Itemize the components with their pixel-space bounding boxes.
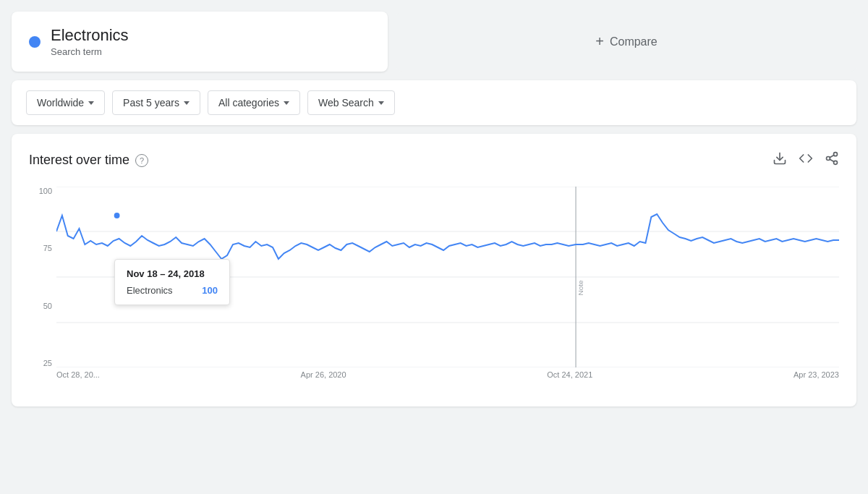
download-icon[interactable] <box>773 151 787 169</box>
search-type-filter[interactable]: Web Search <box>307 90 395 115</box>
tooltip-value: 100 <box>202 285 218 296</box>
y-axis: 100 75 50 25 <box>29 187 56 367</box>
search-term-text: Electronics Search term <box>51 26 129 57</box>
chart-card: Interest over time ? <box>12 134 856 406</box>
term-color-dot <box>29 36 41 48</box>
tooltip-date: Nov 18 – 24, 2018 <box>127 268 218 279</box>
search-term-card: Electronics Search term <box>12 12 388 72</box>
y-label-75: 75 <box>43 244 52 252</box>
term-name: Electronics <box>51 26 129 45</box>
share-icon[interactable] <box>825 151 839 169</box>
x-label-1: Oct 28, 20... <box>56 370 100 379</box>
chart-header: Interest over time ? <box>29 151 839 169</box>
chart-actions <box>773 151 839 169</box>
chart-title: Interest over time <box>29 153 129 168</box>
tooltip-term: Electronics <box>127 285 173 296</box>
chart-svg-area: Note Nov 18 – 24, 2018 Electronics 100 <box>56 187 839 367</box>
tooltip-row: Electronics 100 <box>127 285 218 296</box>
x-axis: Oct 28, 20... Apr 26, 2020 Oct 24, 2021 … <box>56 367 839 389</box>
chart-container: 100 75 50 25 Note <box>29 187 839 389</box>
time-range-filter[interactable]: Past 5 years <box>112 90 200 115</box>
tooltip: Nov 18 – 24, 2018 Electronics 100 <box>114 259 230 305</box>
location-filter[interactable]: Worldwide <box>26 90 105 115</box>
x-label-4: Apr 23, 2023 <box>793 370 839 379</box>
y-label-50: 50 <box>43 302 52 310</box>
time-range-filter-label: Past 5 years <box>123 97 179 108</box>
x-label-2: Apr 26, 2020 <box>301 370 346 379</box>
chart-title-area: Interest over time ? <box>29 153 148 168</box>
x-label-3: Oct 24, 2021 <box>547 370 592 379</box>
category-filter[interactable]: All categories <box>208 90 300 115</box>
svg-line-5 <box>830 155 834 157</box>
y-label-25: 25 <box>43 359 52 367</box>
svg-point-13 <box>114 213 120 218</box>
search-type-chevron-icon <box>378 101 384 105</box>
category-chevron-icon <box>284 101 289 105</box>
help-icon[interactable]: ? <box>135 154 148 167</box>
location-chevron-icon <box>88 101 94 105</box>
filters-bar: Worldwide Past 5 years All categories We… <box>12 80 856 125</box>
term-type: Search term <box>51 46 129 57</box>
time-range-chevron-icon <box>184 101 190 105</box>
embed-icon[interactable] <box>799 151 813 169</box>
search-type-filter-label: Web Search <box>318 97 374 108</box>
compare-card[interactable]: + Compare <box>396 12 856 72</box>
svg-text:Note: Note <box>576 280 584 296</box>
compare-label: Compare <box>610 35 658 48</box>
svg-line-4 <box>830 159 834 161</box>
compare-plus-icon: + <box>595 33 604 50</box>
y-label-100: 100 <box>39 187 52 195</box>
category-filter-label: All categories <box>218 97 279 108</box>
location-filter-label: Worldwide <box>37 97 84 108</box>
